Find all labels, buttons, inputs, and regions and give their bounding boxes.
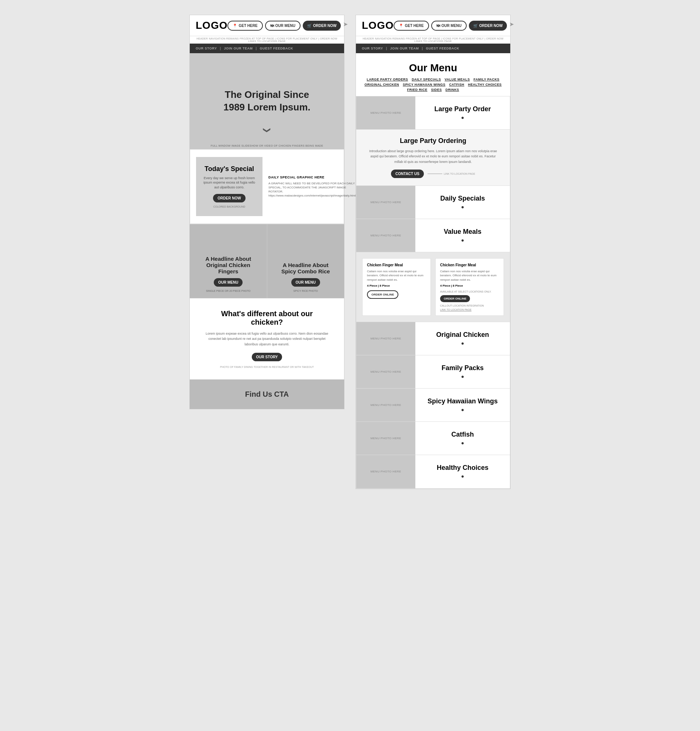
right-nav-guest-feedback[interactable]: GUEST FEEDBACK xyxy=(426,47,460,50)
menu-row-original-chicken: MENU PHOTO HERE Original Chicken ● xyxy=(356,322,510,355)
menu-nav-sides[interactable]: SIDES xyxy=(431,88,442,92)
left-special-text: Every day we serve up fresh lorem ipsum … xyxy=(202,176,256,190)
menu-info-healthy-choices: Healthy Choices ● xyxy=(415,455,510,488)
left-col-spicy-menu-button[interactable]: OUR MENU xyxy=(291,278,320,287)
left-logo: LOGO xyxy=(196,19,227,31)
value-meals-detail: Chicken Finger Meal Catiam non nos volut… xyxy=(356,252,510,322)
right-nav-our-story[interactable]: OUR STORY xyxy=(362,47,383,50)
location-icon-right: 📍 xyxy=(399,23,403,28)
lpo-title: Large Party Ordering xyxy=(368,137,499,145)
left-nav: OUR STORY | JOIN OUR TEAM | GUEST FEEDBA… xyxy=(190,44,344,53)
large-party-detail: Large Party Ordering Introduction about … xyxy=(356,130,510,186)
vm-card-2-callout: CALLOUT LOCATION INTEGRATION xyxy=(440,304,499,307)
left-about: What's different about our chicken? Lore… xyxy=(190,298,344,379)
vm-card-2-text: Catiam non nos volutia erae aspid qui be… xyxy=(440,269,499,282)
lpo-link-note: LINK TO LOCATION PAGE xyxy=(428,173,475,175)
left-col-chicken-menu-button[interactable]: OUR MENU xyxy=(214,278,243,287)
right-header-buttons: 📍 GET HERE 🍽 OUR MENU 🛒 ORDER NOW ➤ xyxy=(394,21,514,31)
menu-item-title-healthy-choices: Healthy Choices xyxy=(437,464,488,472)
left-order-now-special-button[interactable]: ORDER NOW xyxy=(213,194,245,203)
vm-card-1-text: Catiam non nos volutia erae aspid qui be… xyxy=(367,269,426,282)
left-col-spicy: A Headline AboutSpicy Combo Rice OUR MEN… xyxy=(267,224,344,298)
menu-item-dot-value-meals: ● xyxy=(461,237,464,243)
menu-nav-value-meals[interactable]: VALUE MEALS xyxy=(445,78,470,81)
menu-nav-spicy-hawaiian[interactable]: SPICY HAWAIIAN WINGS xyxy=(403,83,445,87)
vm-card-2-availability: AVAILABLE AT SELECT LOCATIONS ONLY. xyxy=(440,290,499,293)
left-special-section: Today's Special Every day we serve up fr… xyxy=(190,149,344,224)
right-get-here-button[interactable]: 📍 GET HERE xyxy=(394,21,429,31)
vm-card-2-location-link[interactable]: LINK TO LOCATION PAGE xyxy=(440,308,499,311)
left-about-note: PHOTO OF FAMILY DINING TOGETHER IN RESTA… xyxy=(205,366,329,368)
left-special-right-title: DAILY SPECIAL GRAPHIC HERE xyxy=(268,175,356,179)
menu-nav-large-party[interactable]: LARGE PARTY ORDERS xyxy=(367,78,408,81)
vm-card-2-order-button[interactable]: ORDER ONLINE xyxy=(440,295,470,302)
menu-row-large-party: MENU PHOTO HERE Large Party Order ● xyxy=(356,96,510,130)
right-nav-join-our-team[interactable]: JOIN OUR TEAM xyxy=(390,47,419,50)
right-menu-title-area: Our Menu LARGE PARTY ORDERS DAILY SPECIA… xyxy=(356,53,510,96)
menu-nav-daily-specials[interactable]: DAILY SPECIALS xyxy=(412,78,441,81)
menu-item-dot-healthy-choices: ● xyxy=(461,473,464,479)
menu-row-catfish: MENU PHOTO HERE Catfish ● xyxy=(356,422,510,455)
right-menu-sections: MENU PHOTO HERE Large Party Order ● Larg… xyxy=(356,96,510,489)
menu-nav-fried-rice[interactable]: FRIED RICE xyxy=(407,88,428,92)
menu-row-spicy-hawaiian: MENU PHOTO HERE Spicy Hawaiian Wings ● xyxy=(356,389,510,422)
menu-info-spicy-hawaiian: Spicy Hawaiian Wings ● xyxy=(415,389,510,421)
menu-item-dot-daily-specials: ● xyxy=(461,204,464,210)
menu-info-large-party: Large Party Order ● xyxy=(415,96,510,129)
vm-card-1-order-button[interactable]: ORDER ONLINE xyxy=(367,290,398,299)
menu-photo-daily-specials: MENU PHOTO HERE xyxy=(356,186,415,219)
left-order-now-button[interactable]: 🛒 ORDER NOW xyxy=(303,21,341,31)
vm-card-1: Chicken Finger Meal Catiam non nos volut… xyxy=(362,258,431,316)
menu-item-title-family-packs: Family Packs xyxy=(442,364,484,372)
left-find-us-title: Find Us CTA xyxy=(245,390,289,399)
menu-photo-family-packs: MENU PHOTO HERE xyxy=(356,355,415,388)
right-header-note: HEADER NAVIGATION REMAINS FROZEN AT TOP … xyxy=(356,36,510,44)
nav-guest-feedback[interactable]: GUEST FEEDBACK xyxy=(260,47,293,50)
right-our-menu-button[interactable]: 🍽 OUR MENU xyxy=(431,21,467,31)
left-special-colored-note: COLORED BACKGROUND xyxy=(214,206,246,208)
nav-our-story[interactable]: OUR STORY xyxy=(196,47,217,50)
left-find-us: Find Us CTA xyxy=(190,379,344,409)
left-header-buttons: 📍 GET HERE 🍽 OUR MENU 🛒 ORDER NOW ➤ xyxy=(227,21,348,31)
nav-join-our-team[interactable]: JOIN OUR TEAM xyxy=(224,47,253,50)
menu-info-daily-specials: Daily Specials ● xyxy=(415,186,510,219)
cart-icon: 🛒 xyxy=(307,23,312,28)
menu-info-family-packs: Family Packs ● xyxy=(415,355,510,388)
lpo-text: Introduction about large group ordering … xyxy=(368,148,499,164)
menu-nav-family-packs[interactable]: FAMILY PACKS xyxy=(474,78,499,81)
arrow-icon-right: ➤ xyxy=(509,21,514,31)
menu-photo-catfish: MENU PHOTO HERE xyxy=(356,422,415,455)
menu-icon: 🍽 xyxy=(270,23,274,28)
left-col-spicy-note: SPICY RICE PHOTO xyxy=(293,289,318,292)
left-get-here-button[interactable]: 📍 GET HERE xyxy=(227,21,262,31)
left-special-right-text: A GRAPHIC WILL NEED TO BE DEVELOPED FOR … xyxy=(268,181,356,198)
menu-nav-catfish[interactable]: CATFISH xyxy=(449,83,464,87)
contact-us-button[interactable]: CONTACT US xyxy=(391,170,424,178)
menu-nav-original-chicken[interactable]: ORIGINAL CHICKEN xyxy=(365,83,399,87)
left-panel: LOGO 📍 GET HERE 🍽 OUR MENU 🛒 ORDER NOW ➤… xyxy=(189,15,344,409)
right-menu-page-title: Our Menu xyxy=(362,62,504,74)
left-hero-title: The Original Since1989 Lorem Ipsum. xyxy=(223,89,310,114)
left-col-spicy-title: A Headline AboutSpicy Combo Rice xyxy=(281,262,330,274)
menu-nav-drinks[interactable]: DRINKS xyxy=(446,88,459,92)
vm-card-2: Chicken Finger Meal Catiam non nos volut… xyxy=(435,258,504,316)
menu-item-title-catfish: Catfish xyxy=(451,431,474,439)
arrow-icon: ➤ xyxy=(343,21,348,31)
menu-nav-healthy-choices[interactable]: HEALTHY CHOICES xyxy=(468,83,502,87)
vm-card-1-size: 4 Piece | 8 Piece xyxy=(367,284,426,288)
vm-card-2-title: Chicken Finger Meal xyxy=(440,263,499,267)
right-order-now-button[interactable]: 🛒 ORDER NOW xyxy=(469,21,507,31)
vm-card-2-size: 4 Piece | 8 Piece xyxy=(440,284,499,288)
chevron-down-icon: ❯ xyxy=(262,127,271,134)
right-panel: LOGO 📍 GET HERE 🍽 OUR MENU 🛒 ORDER NOW ➤… xyxy=(356,15,511,489)
left-about-our-story-button[interactable]: OUR STORY xyxy=(252,353,283,361)
menu-item-title-original-chicken: Original Chicken xyxy=(436,331,489,339)
left-hero: The Original Since1989 Lorem Ipsum. ❯ FU… xyxy=(190,53,344,149)
menu-item-dot-original-chicken: ● xyxy=(461,340,464,346)
menu-photo-healthy-choices: MENU PHOTO HERE xyxy=(356,455,415,488)
menu-info-catfish: Catfish ● xyxy=(415,422,510,455)
menu-info-value-meals: Value Meals ● xyxy=(415,219,510,252)
left-our-menu-button[interactable]: 🍽 OUR MENU xyxy=(265,21,300,31)
menu-row-healthy-choices: MENU PHOTO HERE Healthy Choices ● xyxy=(356,455,510,488)
vm-card-1-title: Chicken Finger Meal xyxy=(367,263,426,267)
